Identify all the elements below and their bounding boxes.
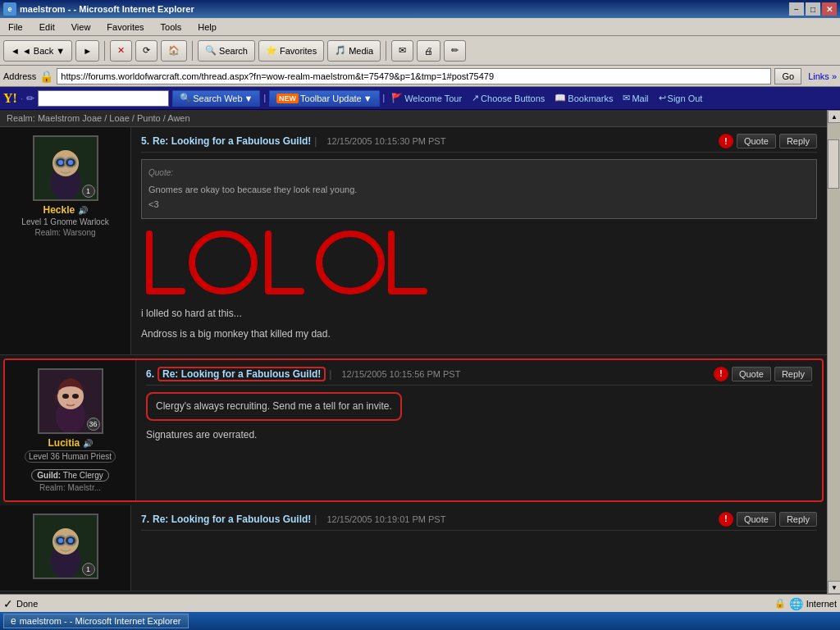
dropdown-icon: ▼ <box>244 94 253 103</box>
quote-button-1[interactable]: Quote <box>737 134 776 148</box>
flag-icon: 🚩 <box>391 93 403 103</box>
mail-button[interactable]: ✉ Mail <box>619 91 651 105</box>
post-5-content: 5. Re: Looking for a Fabulous Guild! | 1… <box>131 127 827 354</box>
separator3 <box>386 41 386 61</box>
avatar-lucitia: 36 <box>38 368 103 434</box>
print-button[interactable]: 🖨 <box>417 40 441 62</box>
svg-point-12 <box>62 394 69 399</box>
post-7-author: 1 <box>0 505 131 591</box>
forward-button[interactable]: ► <box>75 40 99 62</box>
maximize-button[interactable]: □ <box>806 2 820 16</box>
quote-text: Gnomes are okay too because they look re… <box>148 183 810 212</box>
quote-button-2[interactable]: Quote <box>732 367 771 381</box>
author-title-2: Level 36 Human Priest <box>25 450 116 463</box>
scroll-down-button[interactable]: ▼ <box>828 581 840 594</box>
yahoo-search-input[interactable] <box>38 90 169 107</box>
quote-button-3[interactable]: Quote <box>737 512 776 527</box>
svg-point-8 <box>319 234 381 291</box>
post-6-date: 12/15/2005 10:15:56 PM PST <box>341 369 460 379</box>
ie-icon: e <box>11 615 16 627</box>
address-input[interactable] <box>57 68 771 84</box>
address-bar: Address 🔒 Go Links » <box>0 66 840 87</box>
main-area: Realm: Maelstrom Joae / Loae / Punto / A… <box>0 110 840 594</box>
search-web-button[interactable]: 🔍 Search Web ▼ <box>172 90 260 107</box>
menu-help[interactable]: Help <box>193 21 221 34</box>
edit-icon: ✏ <box>26 93 34 104</box>
post-6-header: 6. Re: Looking for a Fabulous Guild! | 1… <box>146 367 812 386</box>
media-button[interactable]: 🎵 Media <box>327 40 381 62</box>
star-icon: ⭐ <box>266 45 277 56</box>
home-icon: 🏠 <box>168 45 180 56</box>
back-button[interactable]: ◄ ◄ Back ▼ <box>3 40 72 62</box>
edit-button[interactable]: ✏ <box>444 40 466 62</box>
post-6-sig: Signatures are overrated. <box>146 427 812 443</box>
toolbar-update-button[interactable]: NEW Toolbar Update ▼ <box>269 90 380 107</box>
reply-button-3[interactable]: Reply <box>779 512 817 527</box>
post-5-title: Re: Looking for a Fabulous Guild! <box>153 135 311 147</box>
yahoo-toolbar: Y! · ✏ 🔍 Search Web ▼ | NEW Toolbar Upda… <box>0 87 840 110</box>
minimize-button[interactable]: − <box>789 2 804 16</box>
post-5-author: 1 Heckle 🔊 Level 1 Gnome Warlock Realm: … <box>0 127 131 354</box>
stop-icon: ✕ <box>117 45 125 56</box>
menu-favorites[interactable]: Favorites <box>102 21 148 34</box>
post-5-header: 5. Re: Looking for a Fabulous Guild! | 1… <box>141 134 817 153</box>
forward-icon: ► <box>83 46 92 56</box>
bookmark-icon: 📖 <box>555 93 566 103</box>
reply-button-2[interactable]: Reply <box>774 367 812 381</box>
post-6-content: 6. Re: Looking for a Fabulous Guild! | 1… <box>136 360 822 500</box>
reply-button-1[interactable]: Reply <box>779 134 817 148</box>
toolbar: ◄ ◄ Back ▼ ► ✕ ⟳ 🏠 🔍 Search ⭐ Favorites … <box>0 36 840 66</box>
verified-icon: 🔊 <box>78 206 88 215</box>
refresh-button[interactable]: ⟳ <box>135 40 158 62</box>
separator2: | <box>329 368 331 380</box>
links-button[interactable]: Links » <box>808 71 837 81</box>
menu-view[interactable]: View <box>66 21 96 34</box>
dropdown-icon: ▼ <box>363 94 372 103</box>
mail-icon: ✉ <box>399 45 406 56</box>
scroll-up-button[interactable]: ▲ <box>828 110 840 123</box>
welcome-tour-button[interactable]: 🚩 Welcome Tour <box>388 91 465 105</box>
menu-file[interactable]: File <box>3 21 28 34</box>
choose-buttons-button[interactable]: ↗ Choose Buttons <box>468 91 548 105</box>
post-7: 1 7. Re: Looking for a Fabulous Guild! |… <box>0 505 827 591</box>
stop-button[interactable]: ✕ <box>110 40 132 62</box>
post-7-header: 7. Re: Looking for a Fabulous Guild! | 1… <box>141 512 817 531</box>
report-icon-2[interactable]: ! <box>714 367 728 381</box>
sign-out-button[interactable]: ↩ Sign Out <box>655 91 706 105</box>
breadcrumb: Realm: Maelstrom Joae / Loae / Punto / A… <box>0 110 827 127</box>
internet-icon: 🌐 <box>789 597 803 610</box>
post-7-actions: ! Quote Reply <box>719 512 817 527</box>
search-icon: 🔍 <box>205 45 217 56</box>
search-button[interactable]: 🔍 Search <box>198 40 255 62</box>
scroll-thumb[interactable] <box>828 139 839 189</box>
lolol-container <box>141 226 817 299</box>
report-icon-3[interactable]: ! <box>719 512 733 527</box>
svg-point-7 <box>192 234 254 291</box>
dropdown-icon: ▼ <box>56 46 65 56</box>
post-5-body: Quote: Gnomes are okay too because they … <box>141 159 817 343</box>
taskbar-item[interactable]: e maelstrom - - Microsoft Internet Explo… <box>3 614 189 628</box>
separator <box>104 41 105 61</box>
scroll-track[interactable] <box>828 123 840 581</box>
bookmarks-button[interactable]: 📖 Bookmarks <box>551 91 616 105</box>
new-badge: NEW <box>276 94 299 103</box>
favorites-button[interactable]: ⭐ Favorites <box>258 40 324 62</box>
zone-text: Internet <box>806 599 837 609</box>
menu-tools[interactable]: Tools <box>156 21 187 34</box>
menu-edit[interactable]: Edit <box>34 21 60 34</box>
author-title-1: Level 1 Gnome Warlock <box>7 217 124 226</box>
status-icon: ✓ <box>3 597 13 610</box>
home-button[interactable]: 🏠 <box>161 40 187 62</box>
post-6-actions: ! Quote Reply <box>714 367 812 381</box>
quote-box-1: Quote: Gnomes are okay too because they … <box>141 159 817 219</box>
mail-button[interactable]: ✉ <box>391 40 413 62</box>
post-6-author: 36 Lucitia 🔊 Level 36 Human Priest Guild… <box>5 360 136 500</box>
report-icon-1[interactable]: ! <box>719 134 733 148</box>
verified-icon2: 🔊 <box>83 439 93 448</box>
search-web-icon: 🔍 <box>180 93 191 103</box>
content-area: Realm: Maelstrom Joae / Loae / Punto / A… <box>0 110 827 594</box>
go-button[interactable]: Go <box>774 68 801 84</box>
scrollbar: ▲ ▼ <box>827 110 840 594</box>
close-button[interactable]: ✕ <box>822 2 837 16</box>
separator2 <box>192 41 193 61</box>
